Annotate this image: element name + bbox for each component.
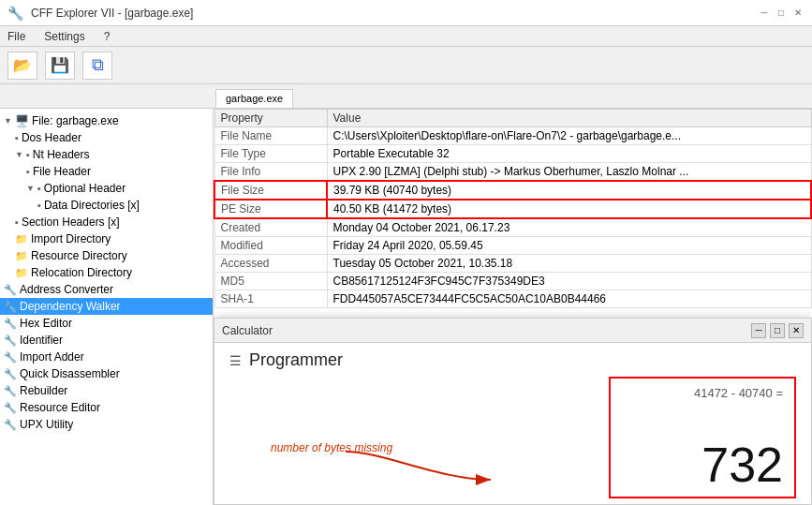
sidebar-label-data-directories: Data Directories [x] — [44, 199, 140, 212]
sidebar-item-import-directory[interactable]: 📁 Import Directory — [0, 230, 213, 247]
expand-icon: ▼ — [4, 116, 12, 126]
item-icon-dd: ▪ — [37, 200, 41, 211]
sidebar-item-nt-headers[interactable]: ▼ ▪ Nt Headers — [0, 146, 213, 163]
item-icon-sh: ▪ — [15, 216, 19, 228]
value-cell: Portable Executable 32 — [327, 145, 811, 163]
calc-maximize-button[interactable]: □ — [770, 323, 785, 338]
calc-mode-label: ☰ Programmer — [229, 350, 796, 370]
calc-controls: ─ □ ✕ — [751, 323, 804, 338]
sidebar-item-file-header[interactable]: ▪ File Header — [0, 163, 213, 180]
table-row: AccessedTuesday 05 October 2021, 10.35.1… — [214, 255, 811, 273]
value-cell: FDD445057A5CE73444FC5C5AC50AC10AB0B44466 — [327, 290, 811, 308]
sidebar-item-optional-header[interactable]: ▼ ▪ Optional Header — [0, 180, 213, 197]
sidebar-item-section-headers[interactable]: ▪ Section Headers [x] — [0, 214, 213, 230]
tool-icon-qd: 🔧 — [4, 368, 17, 380]
close-button[interactable]: ✕ — [791, 7, 805, 20]
sidebar-label-section-headers: Section Headers [x] — [22, 215, 120, 229]
item-icon-fh: ▪ — [26, 166, 30, 177]
explorer-icon: ⧉ — [92, 55, 104, 75]
value-cell: UPX 2.90 [LZMA] (Delphi stub) -> Markus … — [327, 163, 811, 182]
tool-icon-ia: 🔧 — [4, 351, 17, 364]
tab-garbage-exe[interactable]: garbage.exe — [215, 89, 293, 108]
open-button[interactable]: 📂 — [7, 52, 37, 80]
calc-body: ☰ Programmer number of bytes missing — [214, 343, 811, 505]
sidebar-item-relocation-directory[interactable]: 📁 Relocation Directory — [0, 264, 213, 281]
minimize-button[interactable]: ─ — [758, 7, 771, 20]
calc-expression: 41472 - 40740 = — [694, 386, 783, 400]
menu-help[interactable]: ? — [100, 29, 114, 44]
maximize-button[interactable]: □ — [775, 7, 788, 20]
calculator: Calculator ─ □ ✕ ☰ Programmer number of … — [214, 318, 812, 505]
sidebar-label-nt-headers: Nt Headers — [33, 148, 90, 161]
calc-close-button[interactable]: ✕ — [789, 323, 804, 338]
sidebar-label-quick-disassembler: Quick Disassembler — [20, 367, 120, 380]
tool-icon-id2: 🔧 — [4, 334, 17, 347]
property-cell: SHA-1 — [214, 290, 327, 308]
sidebar-item-rebuilder[interactable]: 🔧 Rebuilder — [0, 382, 213, 399]
properties-table: Property Value File NameC:\Users\Xploite… — [214, 109, 812, 308]
sidebar-item-import-adder[interactable]: 🔧 Import Adder — [0, 349, 213, 365]
table-row: File InfoUPX 2.90 [LZMA] (Delphi stub) -… — [214, 163, 811, 182]
menu-settings[interactable]: Settings — [40, 29, 88, 44]
open-icon: 📂 — [13, 56, 32, 74]
sidebar-label-resource-directory: Resource Directory — [31, 249, 127, 262]
table-row: File Size39.79 KB (40740 bytes) — [214, 181, 811, 200]
item-icon: ▪ — [15, 132, 19, 143]
tool-icon-upx: 🔧 — [4, 419, 17, 431]
sidebar-label-dependency-walker: Dependency Walker — [20, 300, 121, 313]
value-cell: 39.79 KB (40740 bytes) — [327, 181, 811, 200]
sidebar-item-dos-header[interactable]: ▪ Dos Header — [0, 129, 213, 146]
sidebar-label-rebuilder: Rebuilder — [20, 384, 67, 397]
menu-file[interactable]: File — [4, 29, 29, 44]
sidebar-item-address-converter[interactable]: 🔧 Address Converter — [0, 281, 213, 298]
property-cell: File Type — [214, 145, 327, 163]
sidebar-item-dependency-walker[interactable]: 🔧 Dependency Walker — [0, 298, 213, 315]
sidebar-item-hex-editor[interactable]: 🔧 Hex Editor — [0, 315, 213, 332]
sidebar-label-file-root: File: garbage.exe — [32, 114, 119, 127]
sidebar-item-data-directories[interactable]: ▪ Data Directories [x] — [0, 197, 213, 214]
table-row: File NameC:\Users\Xploiter\Desktop\flare… — [214, 127, 811, 145]
tool-icon-he: 🔧 — [4, 318, 17, 330]
sidebar-label-file-header: File Header — [33, 165, 91, 178]
title-bar-controls: ─ □ ✕ — [758, 7, 805, 20]
sidebar-item-resource-editor[interactable]: 🔧 Resource Editor — [0, 399, 213, 416]
calc-result-box: 41472 - 40740 = 732 — [609, 377, 796, 498]
value-cell: Tuesday 05 October 2021, 10.35.18 — [327, 255, 811, 273]
menu-bar: File Settings ? — [0, 26, 812, 47]
property-cell: File Size — [214, 181, 327, 200]
table-row: MD5CB85617125124F3FC945C7F375349DE3 — [214, 273, 811, 290]
col-header-value: Value — [327, 110, 811, 127]
expand-icon-nt: ▼ — [15, 150, 23, 159]
calc-minimize-button[interactable]: ─ — [751, 323, 766, 338]
save-button[interactable]: 💾 — [45, 52, 75, 80]
toolbar: 📂 💾 ⧉ — [0, 47, 812, 84]
sidebar-label-resource-editor: Resource Editor — [20, 401, 100, 414]
sidebar-label-hex-editor: Hex Editor — [20, 317, 72, 330]
sidebar-label-import-directory: Import Directory — [31, 232, 111, 245]
sidebar-item-file-root[interactable]: ▼ 🖥️ File: garbage.exe — [0, 112, 213, 129]
property-cell: Created — [214, 218, 327, 237]
col-header-property: Property — [214, 110, 327, 127]
sidebar-item-resource-directory[interactable]: 📁 Resource Directory — [0, 247, 213, 264]
sidebar-item-upx-utility[interactable]: 🔧 UPX Utility — [0, 416, 213, 433]
app-title: CFF Explorer VII - [garbage.exe] — [31, 7, 193, 20]
sidebar-label-upx-utility: UPX Utility — [20, 418, 73, 431]
save-icon: 💾 — [51, 56, 69, 74]
sidebar-label-identifier: Identifier — [20, 334, 63, 347]
folder-icon-id: 📁 — [15, 233, 28, 245]
property-cell: File Name — [214, 127, 327, 145]
value-cell: Monday 04 October 2021, 06.17.23 — [327, 218, 811, 237]
explorer-button[interactable]: ⧉ — [82, 52, 112, 80]
sidebar-label-dos-header: Dos Header — [22, 131, 81, 144]
folder-icon-reloc: 📁 — [15, 267, 28, 279]
hamburger-icon[interactable]: ☰ — [229, 353, 242, 368]
main-layout: ▼ 🖥️ File: garbage.exe ▪ Dos Header ▼ ▪ … — [0, 109, 812, 505]
sidebar-item-quick-disassembler[interactable]: 🔧 Quick Disassembler — [0, 365, 213, 382]
table-row: CreatedMonday 04 October 2021, 06.17.23 — [214, 218, 811, 237]
content-panel: Property Value File NameC:\Users\Xploite… — [214, 109, 812, 505]
value-cell: C:\Users\Xploiter\Desktop\flare-on\Flare… — [327, 127, 811, 145]
sidebar-item-identifier[interactable]: 🔧 Identifier — [0, 332, 213, 349]
value-cell: Friday 24 April 2020, 05.59.45 — [327, 237, 811, 255]
value-cell: 40.50 KB (41472 bytes) — [327, 200, 811, 218]
table-row: File TypePortable Executable 32 — [214, 145, 811, 163]
